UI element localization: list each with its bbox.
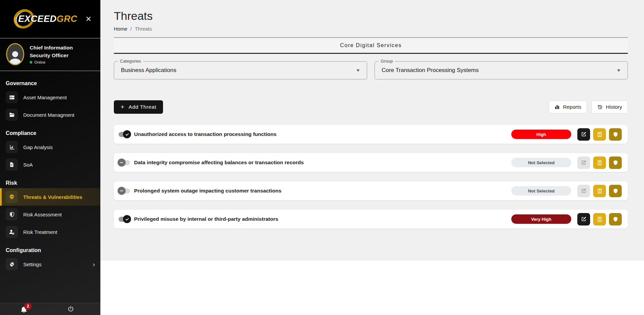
calculator-button[interactable] [593, 185, 606, 197]
calculator-button[interactable] [593, 213, 606, 225]
toolbar-right: Reports History [549, 101, 628, 113]
shield-icon [613, 160, 618, 166]
minus-icon [120, 161, 124, 165]
edit-pencil-icon [581, 188, 587, 194]
skull-icon [6, 191, 18, 203]
bar-chart-icon [554, 104, 560, 110]
exceedgrc-logo: EXCEEDGRC [18, 7, 77, 31]
shield-icon [613, 188, 618, 194]
shield-button[interactable] [609, 128, 622, 141]
sidebar-item-asset-management[interactable]: Asset Management [0, 89, 100, 106]
sidebar: EXCEEDGRC ✕ Chief Information Security O… [0, 0, 100, 315]
sidebar-item-threats-vulnerabilities[interactable]: Threats & Vulnerabilities [0, 188, 100, 206]
threat-row-actions: High [511, 128, 622, 141]
threat-name: Privileged misuse by internal or third-p… [134, 216, 278, 222]
threat-row-actions: Very High [511, 213, 622, 225]
breadcrumb-home-link[interactable]: Home [114, 26, 127, 32]
gear-icon [6, 258, 18, 270]
sidebar-nav: Governance Asset Management Document Man… [0, 71, 100, 273]
threat-row: Privileged misuse by internal or third-p… [114, 210, 628, 229]
user-role: Chief Information Security Officer [30, 44, 94, 59]
sidebar-item-label: Gap Analysis [23, 144, 53, 150]
threat-row: Unauthorized access to transaction proce… [114, 125, 628, 144]
edit-pencil-icon [581, 216, 587, 222]
user-profile[interactable]: Chief Information Security Officer Onlin… [0, 38, 100, 71]
severity-badge: Not Selected [511, 158, 571, 167]
categories-select-label: Categories [118, 59, 143, 64]
history-button[interactable]: History [591, 101, 628, 113]
sidebar-item-document-management[interactable]: Document Managment [0, 106, 100, 124]
toggle-thumb [123, 130, 131, 138]
severity-badge: High [511, 130, 571, 139]
sidebar-footer: 2 [0, 303, 100, 315]
edit-button[interactable] [577, 185, 590, 197]
threat-toggle[interactable] [119, 188, 130, 194]
sidebar-item-risk-treatment[interactable]: Risk Treatment [0, 223, 100, 241]
page-title: Threats [114, 9, 628, 23]
sidebar-item-risk-assessment[interactable]: Risk Assessment [0, 206, 100, 223]
sidebar-header: EXCEEDGRC ✕ [0, 0, 100, 38]
user-status: Online [30, 60, 94, 64]
calculator-button[interactable] [593, 128, 606, 141]
edit-pencil-icon [581, 160, 587, 166]
shield-half-icon [6, 208, 18, 220]
calculator-icon [597, 216, 603, 222]
filters-row: Categories Business Applications ▼ Group… [114, 61, 628, 79]
chevron-right-icon[interactable]: › [93, 260, 95, 268]
section-compliance: Compliance [6, 130, 100, 136]
sidebar-item-settings[interactable]: Settings › [0, 255, 100, 273]
categories-select[interactable]: Categories Business Applications ▼ [114, 61, 367, 79]
sidebar-item-label: Risk Assessment [23, 212, 62, 217]
file-icon [6, 159, 18, 171]
threat-toggle[interactable] [119, 160, 130, 165]
logo-text: EXCEEDGRC [18, 14, 77, 24]
reports-button[interactable]: Reports [549, 101, 587, 113]
group-select[interactable]: Group Core Transaction Processing System… [375, 61, 628, 79]
shield-button[interactable] [609, 185, 622, 197]
shield-icon [613, 132, 618, 137]
threat-name: Data integrity compromise affecting bala… [134, 160, 304, 166]
calculator-icon [597, 188, 603, 194]
shield-button[interactable] [609, 213, 622, 225]
avatar [6, 43, 24, 65]
sidebar-item-soa[interactable]: SoA [0, 156, 100, 173]
calculator-icon [597, 160, 603, 166]
breadcrumb-current: Threats [135, 26, 152, 32]
dropdown-arrow-icon: ▼ [355, 68, 360, 73]
section-configuration: Configuration [6, 247, 100, 253]
sidebar-item-gap-analysis[interactable]: Gap Analysis [0, 138, 100, 156]
threat-row: Data integrity compromise affecting bala… [114, 153, 628, 172]
logout-button[interactable] [67, 306, 74, 312]
dropdown-arrow-icon: ▼ [616, 68, 621, 73]
edit-button[interactable] [577, 128, 590, 141]
breadcrumb: Home / Threats [114, 26, 628, 32]
shield-icon [613, 216, 618, 222]
server-icon [6, 91, 18, 103]
threat-toggle[interactable] [119, 132, 130, 137]
bar-chart-icon [6, 141, 18, 153]
edit-button[interactable] [577, 156, 590, 169]
threat-row-actions: Not Selected [511, 185, 622, 197]
calculator-button[interactable] [593, 156, 606, 169]
group-select-label: Group [379, 59, 395, 64]
threat-toggle[interactable] [119, 217, 130, 222]
shield-button[interactable] [609, 156, 622, 169]
toggle-thumb [118, 187, 126, 195]
user-gear-icon [6, 226, 18, 238]
threat-row-actions: Not Selected [511, 156, 622, 169]
sidebar-item-label: Document Managment [23, 112, 74, 118]
toggle-thumb [123, 215, 131, 223]
edit-button[interactable] [577, 213, 590, 225]
categories-select-value: Business Applications [121, 67, 176, 74]
power-icon [67, 306, 74, 312]
close-icon[interactable]: ✕ [86, 15, 92, 23]
plus-icon: + [121, 103, 125, 111]
add-threat-button[interactable]: + Add Threat [114, 100, 163, 114]
edit-pencil-icon [581, 131, 587, 137]
main-content: Threats Home / Threats Core Digital Serv… [100, 0, 644, 315]
threat-name: Unauthorized access to transaction proce… [134, 131, 277, 137]
notifications-button[interactable]: 2 [20, 306, 28, 313]
sidebar-item-label: Risk Treatment [23, 229, 57, 235]
breadcrumb-separator: / [130, 26, 132, 32]
person-silhouette-icon [8, 49, 22, 64]
